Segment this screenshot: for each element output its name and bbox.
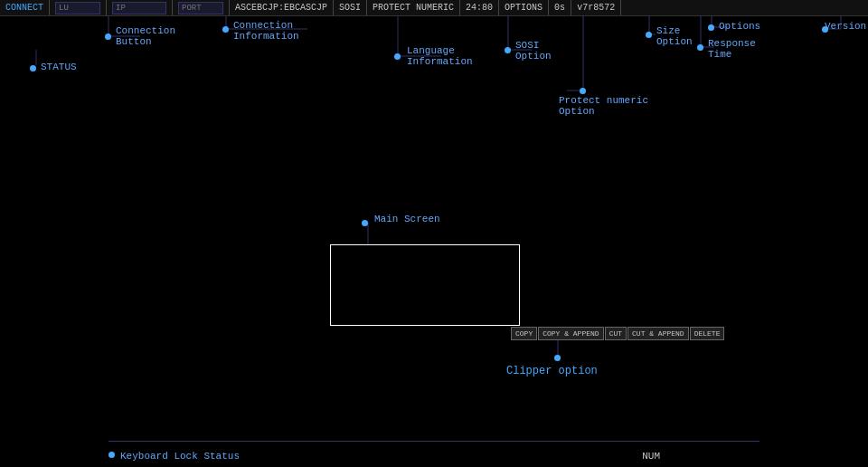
copy-button[interactable]: COPY	[511, 327, 537, 340]
time-label: 24:80	[466, 3, 493, 13]
size-option-dot	[646, 32, 652, 38]
connect-button[interactable]: CONNECT	[0, 0, 50, 15]
connection-info-annotation: ConnectionInformation	[233, 20, 299, 42]
num-indicator: NUM	[642, 451, 660, 462]
keyboard-lock-dot	[108, 452, 115, 458]
connect-label: CONNECT	[5, 3, 43, 13]
clipper-option-annotation: Clipper option	[506, 365, 598, 377]
options-label: OPTIONS	[505, 3, 542, 13]
version-label: v7r8572	[577, 3, 615, 13]
keyboard-lock-label: Keyboard Lock Status	[120, 451, 240, 462]
language-info-dot	[394, 53, 401, 60]
seconds-segment: 0s	[549, 0, 571, 15]
options-annotation: Options	[719, 21, 760, 32]
sosi-option-annotation: SOSIOption	[515, 40, 552, 62]
cut-button[interactable]: CUT	[605, 327, 627, 340]
protect-numeric-dot	[580, 88, 586, 94]
connection-button-annotation: ConnectionButton	[116, 25, 175, 47]
encoding-segment: ASCEBCJP:EBCASCJP	[230, 0, 334, 15]
lu-segment	[50, 0, 107, 15]
port-input[interactable]	[178, 2, 223, 14]
connection-info-dot	[222, 26, 229, 33]
options-dot	[708, 24, 714, 31]
copy-append-button[interactable]: COPY & APPEND	[538, 327, 603, 340]
port-segment	[173, 0, 230, 15]
protect-numeric-annotation: Protect numericOption	[559, 95, 648, 117]
response-time-annotation: ResponseTime	[708, 38, 756, 60]
sosi-label: SOSI	[339, 3, 361, 13]
seconds-label: 0s	[554, 3, 565, 13]
sosi-option-dot	[505, 47, 511, 53]
lu-input[interactable]	[55, 2, 100, 14]
status-dot	[30, 65, 36, 71]
status-annotation: STATUS	[41, 62, 77, 72]
cut-append-button[interactable]: CUT & APPEND	[627, 327, 689, 340]
main-screen-annotation: Main Screen	[374, 214, 440, 224]
main-screen-box	[330, 244, 520, 326]
main-screen-dot	[362, 220, 368, 226]
protect-numeric-label: PROTECT NUMERIC	[373, 3, 454, 13]
clipper-toolbar: COPY COPY & APPEND CUT CUT & APPEND DELE…	[511, 327, 724, 340]
sosi-segment: SOSI	[334, 0, 367, 15]
toolbar: CONNECT ASCEBCJP:EBCASCJP SOSI PROTECT N…	[0, 0, 868, 16]
delete-button[interactable]: DELETE	[690, 327, 725, 340]
version-segment: v7r8572	[571, 0, 621, 15]
response-time-dot	[697, 44, 703, 51]
version-annotation: Version	[825, 21, 866, 32]
language-info-annotation: LanguageInformation	[407, 45, 473, 67]
protect-numeric-segment: PROTECT NUMERIC	[367, 0, 460, 15]
options-segment: OPTIONS	[499, 0, 549, 15]
status-bar-line	[108, 441, 760, 442]
encoding-label: ASCEBCJP:EBCASCJP	[235, 3, 327, 13]
clipper-option-dot	[554, 355, 561, 361]
size-option-annotation: SizeOption	[656, 25, 693, 47]
ip-segment	[107, 0, 173, 15]
time-segment: 24:80	[460, 0, 499, 15]
connection-button-dot	[105, 33, 111, 40]
ip-input[interactable]	[112, 2, 166, 14]
